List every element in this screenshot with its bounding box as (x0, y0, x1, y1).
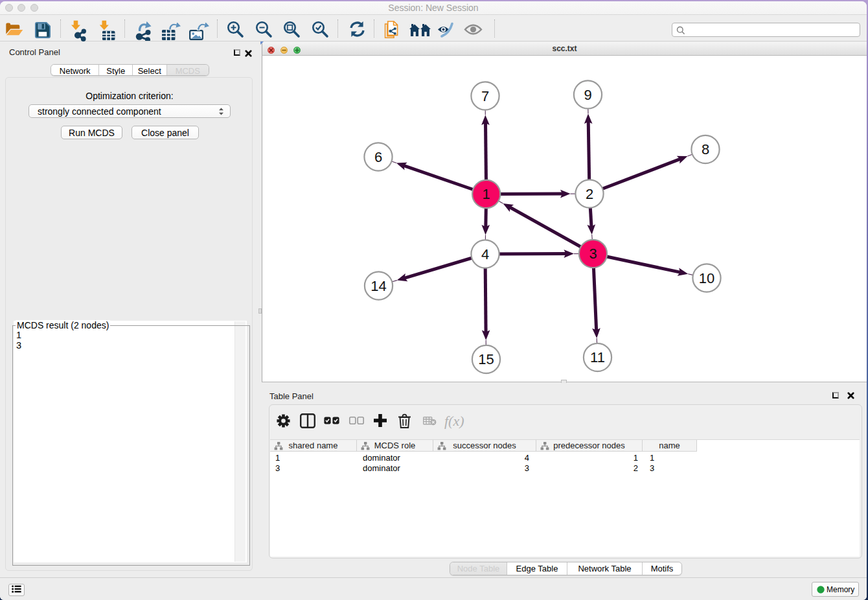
svg-text:9: 9 (584, 87, 591, 103)
svg-text:4: 4 (481, 246, 489, 262)
svg-text:11: 11 (590, 349, 605, 365)
svg-text:1: 1 (483, 186, 490, 202)
svg-text:3: 3 (589, 246, 597, 262)
svg-text:10: 10 (699, 270, 714, 286)
svg-text:8: 8 (702, 141, 709, 157)
svg-text:14: 14 (371, 278, 386, 294)
svg-text:15: 15 (478, 351, 494, 367)
svg-text:6: 6 (374, 149, 382, 165)
svg-text:7: 7 (481, 88, 489, 104)
svg-text:2: 2 (586, 186, 593, 202)
